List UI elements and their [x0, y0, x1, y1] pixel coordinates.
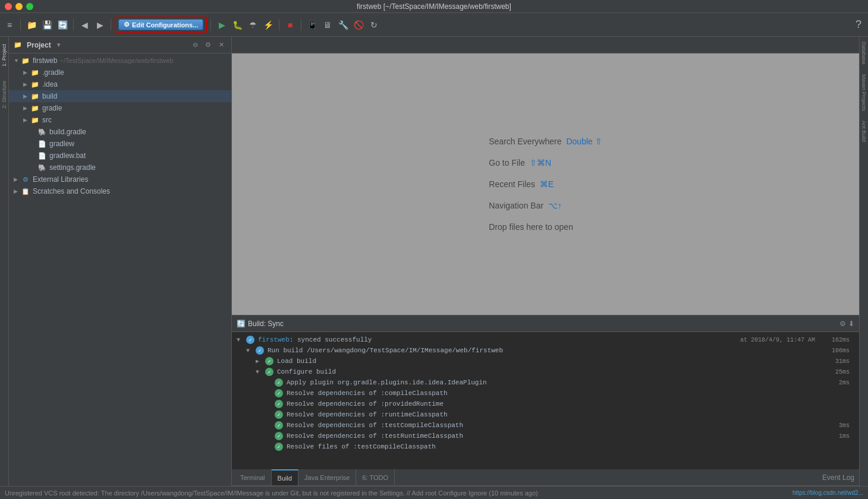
- edit-configurations-button[interactable]: ⚙ Edit Configurations...: [118, 19, 203, 30]
- close-button[interactable]: [5, 3, 12, 10]
- build-gradle-icon: 🐘: [37, 127, 47, 137]
- configure-row-text: Configure build: [277, 368, 825, 375]
- tc-row-icon: ✓: [275, 421, 283, 429]
- avd-button[interactable]: 🖥: [320, 18, 335, 32]
- src-arrow: ▶: [23, 117, 30, 123]
- tab-je-label: Java Enterprise: [304, 474, 350, 481]
- settings-button[interactable]: ⚙: [203, 40, 213, 50]
- tree-item-external-libs[interactable]: ▶ ⚙ External Libraries: [9, 173, 231, 185]
- build-row-provided-rt[interactable]: ✓ Resolve dependencies of :providedRunti…: [237, 399, 854, 409]
- build-row-compile-cp[interactable]: ✓ Resolve dependencies of :compileClassp…: [237, 388, 854, 399]
- coverage-button[interactable]: ☂: [246, 18, 260, 32]
- database-panel-toggle[interactable]: Database: [860, 39, 867, 67]
- android-device-button[interactable]: 📱: [305, 18, 319, 32]
- build-row-runtime-cp[interactable]: ✓ Resolve dependencies of :runtimeClassp…: [237, 409, 854, 420]
- ant-panel-toggle[interactable]: Ant Build: [860, 118, 867, 144]
- tree-item-settings-gradle[interactable]: 🐘 settings.gradle: [9, 162, 231, 173]
- tree-item-gradle-dir[interactable]: ▶ 📁 gradle: [9, 102, 231, 114]
- hint-recent: Recent Files ⌘E: [489, 179, 602, 189]
- ap-row-time: 2ms: [825, 380, 854, 386]
- run-row-arrow[interactable]: ▼: [246, 348, 256, 354]
- separator-4: [210, 19, 211, 31]
- hint-search: Search Everywhere Double ⇧: [489, 137, 602, 146]
- tree-item-src[interactable]: ▶ 📁 src: [9, 114, 231, 126]
- tree-item-gradlew-bat[interactable]: 📄 gradlew.bat: [9, 150, 231, 162]
- tab-terminal-label: Terminal: [240, 474, 265, 481]
- build-sync-header: 🔄 Build: Sync ⚙ ⬇: [232, 315, 859, 332]
- tree-root[interactable]: ▼ 📁 firstweb ~/TestSpace/IM/IMessage/web…: [9, 55, 231, 67]
- tree-item-build-gradle[interactable]: 🐘 build.gradle: [9, 126, 231, 138]
- load-row-arrow[interactable]: ▶: [256, 358, 265, 365]
- collapse-all-button[interactable]: ⊖: [190, 40, 200, 50]
- tree-item-scratches[interactable]: ▶ 📋 Scratches and Consoles: [9, 185, 231, 197]
- gradle-dir-label: gradle: [42, 104, 62, 112]
- gradlew-bat-icon: 📄: [37, 151, 47, 160]
- build-row-sync[interactable]: ▼ ✓ firstweb: synced successfully at 201…: [237, 334, 854, 345]
- load-row-text: Load build: [277, 358, 825, 365]
- main-toolbar: ≡ 📁 💾 🔄 ◀ ▶ ⚙ Edit Configurations... ▶ 🐛…: [0, 13, 868, 37]
- tab-build[interactable]: Build: [272, 469, 298, 485]
- open-file-button[interactable]: 📁: [24, 18, 39, 32]
- sync-button[interactable]: 🔄: [55, 18, 70, 32]
- run-config-area: ⚙ Edit Configurations...: [115, 17, 207, 33]
- rcp-row-text: Resolve dependencies of :runtimeClasspat…: [287, 411, 854, 418]
- help-button[interactable]: ?: [851, 18, 866, 32]
- editor-area: Search Everywhere Double ⇧ Go to File ⇧⌘…: [232, 37, 859, 486]
- build-row-load[interactable]: ▶ ✓ Load build 31ms: [237, 356, 854, 367]
- tab-todo-label: 6: TODO: [362, 474, 388, 481]
- rf-row-text: Resolve files of :testCompileClasspath: [287, 443, 854, 450]
- build-download-button[interactable]: ⬇: [848, 320, 854, 328]
- save-button[interactable]: 💾: [40, 18, 54, 32]
- build-row-configure[interactable]: ▼ ✓ Configure build 25ms: [237, 367, 854, 377]
- tab-todo[interactable]: 6: TODO: [356, 469, 395, 485]
- project-panel-toggle[interactable]: 1: Project: [1, 42, 8, 69]
- ext-libs-label: External Libraries: [33, 175, 88, 184]
- sdk-button[interactable]: 🔧: [336, 18, 350, 32]
- run-config-icon: ⚙: [124, 21, 130, 29]
- gradle-sync-button[interactable]: ↻: [367, 18, 381, 32]
- build-row-apply-plugin[interactable]: ✓ Apply plugin org.gradle.plugins.ide.id…: [237, 377, 854, 388]
- tab-java-enterprise[interactable]: Java Enterprise: [298, 469, 356, 485]
- event-log-button[interactable]: Event Log: [822, 473, 854, 482]
- debug-button[interactable]: 🐛: [230, 18, 244, 32]
- build-row-resolve-files[interactable]: ✓ Resolve files of :testCompileClasspath: [237, 441, 854, 452]
- cp1-row-icon: ✓: [275, 389, 283, 397]
- pr-row-icon: ✓: [275, 400, 283, 408]
- profile-button[interactable]: ⚡: [261, 18, 275, 32]
- run-row-time: 106ms: [825, 348, 854, 354]
- forward-button[interactable]: ▶: [93, 18, 107, 32]
- build-settings-button[interactable]: ⚙: [839, 320, 846, 328]
- build-output: ▼ ✓ firstweb: synced successfully at 201…: [232, 332, 859, 469]
- maven-panel-toggle[interactable]: Maven Projects: [860, 72, 867, 113]
- tree-item-idea[interactable]: ▶ 📁 .idea: [9, 78, 231, 90]
- bottom-tab-icons: Event Log: [822, 473, 857, 482]
- configure-row-icon: ✓: [265, 368, 273, 376]
- minimize-button[interactable]: [15, 3, 23, 10]
- build-row-test-compile[interactable]: ✓ Resolve dependencies of :testCompileCl…: [237, 420, 854, 431]
- configure-row-arrow[interactable]: ▼: [256, 369, 265, 375]
- tr-row-icon: ✓: [275, 432, 283, 440]
- sync-row-arrow[interactable]: ▼: [237, 337, 246, 343]
- tab-terminal[interactable]: Terminal: [234, 469, 272, 485]
- project-panel-dropdown[interactable]: ▼: [56, 42, 62, 48]
- stop-button[interactable]: ■: [283, 18, 297, 32]
- tree-item-build[interactable]: ▶ 📁 build: [9, 90, 231, 102]
- gradle-arrow: ▶: [23, 70, 30, 75]
- close-panel-button[interactable]: ✕: [216, 40, 227, 50]
- back-button[interactable]: ◀: [77, 18, 92, 32]
- gradlew-label: gradlew: [49, 140, 74, 148]
- tc-row-time: 3ms: [825, 422, 854, 429]
- build-row-run[interactable]: ▼ ✓ Run build /Users/wangdong/TestSpace/…: [237, 345, 854, 356]
- main-menu-button[interactable]: ≡: [2, 18, 17, 32]
- build-row-test-runtime[interactable]: ✓ Resolve dependencies of :testRuntimeCl…: [237, 431, 854, 441]
- run-button[interactable]: ▶: [215, 18, 229, 32]
- tree-item-gradle-hidden[interactable]: ▶ 📁 .gradle: [9, 67, 231, 78]
- maximize-button[interactable]: [26, 3, 33, 10]
- configure-row-time: 25ms: [825, 369, 854, 375]
- structure-panel-toggle[interactable]: 2: Structure: [1, 78, 8, 111]
- no-entry-button[interactable]: 🚫: [351, 18, 366, 32]
- tree-item-gradlew[interactable]: 📄 gradlew: [9, 138, 231, 150]
- hint-drop: Drop files here to open: [489, 222, 602, 232]
- project-panel-header: 📁 Project ▼ ⊖ ⚙ ✕: [9, 37, 231, 53]
- bottom-panel: 🔄 Build: Sync ⚙ ⬇ ▼ ✓ firstweb: synced s…: [232, 315, 859, 469]
